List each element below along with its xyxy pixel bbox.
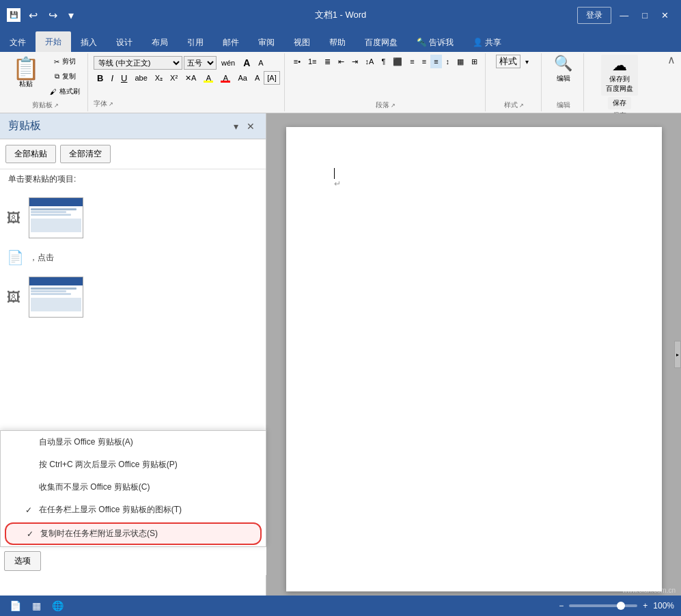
list-item[interactable]: 📄 ，点击 [5,247,260,268]
undo-btn[interactable]: ↩ [26,8,40,23]
copy-button[interactable]: ⧉ 复制 [46,70,83,83]
editing-label: 编辑 [557,74,570,83]
watermark: www.cfan.com.cn [622,587,676,594]
tab-design[interactable]: 设计 [107,33,142,52]
close-button[interactable]: ✕ [656,8,674,23]
underline-button[interactable]: U [117,71,130,85]
thumb-content-box [31,219,81,232]
clipboard-expand-icon[interactable]: ↗ [54,102,59,109]
font-color-button[interactable]: A [217,71,234,85]
zoom-minus-btn[interactable]: − [559,601,564,611]
clipboard-item-icon-2: 📄 [7,249,24,266]
numbering-button[interactable]: 1≡ [305,55,320,68]
dropdown-item-ctrl[interactable]: 按 Ctrl+C 两次后显示 Office 剪贴板(P) [1,453,266,476]
tab-file[interactable]: 文件 [0,33,36,52]
list-item[interactable]: 🖼 [5,195,260,241]
cut-label: 剪切 [62,57,76,66]
zoom-thumb[interactable] [617,602,625,610]
italic-button[interactable]: I [107,71,117,85]
decrease-indent-button[interactable]: ⇤ [335,55,348,68]
sort-button[interactable]: ↕A [362,55,378,68]
tab-mailings[interactable]: 邮件 [213,33,249,52]
document-page[interactable]: ↵ [286,127,662,591]
line-spacing-button[interactable]: ↕ [443,55,454,68]
tab-tellme[interactable]: 🔦告诉我 [407,33,463,52]
customize-btn[interactable]: ▾ [66,8,77,23]
cut-button[interactable]: ✂ 剪切 [46,55,83,68]
tab-baidu[interactable]: 百度网盘 [355,33,407,52]
tab-review[interactable]: 审阅 [249,33,284,52]
clipboard-panel: 剪贴板 ▾ ✕ 全部粘贴 全部清空 单击要粘贴的项目: 🖼 [0,113,266,596]
superscript-button[interactable]: X² [167,71,181,85]
bullets-button[interactable]: ≡• [290,55,304,68]
highlight-button[interactable]: A [200,71,217,85]
tab-help[interactable]: 帮助 [320,33,355,52]
bold-button[interactable]: B [94,71,107,85]
tab-view[interactable]: 视图 [284,33,320,52]
tab-insert[interactable]: 插入 [71,33,107,52]
status-left: 📄 ▦ 🌐 [7,599,66,613]
list-item[interactable]: 🖼 [5,274,260,320]
text-cursor [334,168,335,179]
font-shrink-button[interactable]: A [255,56,266,70]
increase-indent-button[interactable]: ⇥ [348,55,361,68]
char-shading-button[interactable]: A [251,71,263,85]
clear-all-button[interactable]: 全部清空 [60,145,111,163]
font-size-select[interactable]: 五号 [184,56,217,70]
tab-share[interactable]: 👤共享 [463,33,511,52]
borders-button[interactable]: ⊞ [468,55,481,68]
sidebar-toggle[interactable]: ▸ [674,341,681,368]
styles-expand-icon[interactable]: ↗ [519,102,524,109]
styles-group: 样式 ▾ 样式 ↗ [487,53,542,111]
justify-button[interactable]: ≡ [430,55,441,68]
align-center-button[interactable]: ≡ [406,55,417,68]
font-grow-btn2[interactable]: A [240,56,253,70]
align-left-button[interactable]: ⬛ [389,55,406,68]
align-right-button[interactable]: ≡ [419,55,430,68]
dropdown-item-copy-status[interactable]: ✓ 复制时在任务栏附近显示状态(S) [5,522,262,545]
clipboard-close-button[interactable]: ✕ [244,120,258,133]
ribbon-collapse-button[interactable]: ∧ [667,53,676,66]
tab-home[interactable]: 开始 [36,31,71,52]
minimize-button[interactable]: — [614,8,634,23]
paste-button[interactable]: 📋 粘贴 [7,55,45,92]
clear-format-button[interactable]: ✕A [182,71,199,85]
subscript-button[interactable]: X₂ [152,71,166,85]
dropdown-item-taskbar-icon[interactable]: ✓ 在任务栏上显示 Office 剪贴板的图标(T) [1,499,266,521]
dropdown-item-auto[interactable]: 自动显示 Office 剪贴板(A) [1,431,266,453]
paste-all-button[interactable]: 全部粘贴 [5,145,56,163]
strikethrough-button[interactable]: abe [131,71,150,85]
login-button[interactable]: 登录 [577,7,611,24]
options-button[interactable]: 选项 [4,551,41,571]
tab-layout[interactable]: 布局 [142,33,178,52]
document-area[interactable]: ▸ ↵ [266,113,681,596]
save-icon[interactable]: 💾 [7,8,20,22]
view-web-button[interactable]: 🌐 [49,599,66,613]
tab-references[interactable]: 引用 [178,33,213,52]
window-title: 文档1 - Word [315,9,367,21]
zoom-plus-btn[interactable]: + [643,601,648,611]
dropdown-item-collect[interactable]: 收集而不显示 Office 剪贴板(C) [1,476,266,499]
save-button[interactable]: 保存 [608,97,631,109]
font-grow-button[interactable]: wén [218,56,238,70]
view-grid-button[interactable]: ▦ [29,599,44,613]
styles-expand-button[interactable]: ▾ [522,55,532,68]
multilevel-button[interactable]: ≣ [321,55,334,68]
clipboard-dropdown-button[interactable]: ▾ [231,120,241,133]
zoom-slider[interactable] [569,604,637,607]
paste-label: 粘贴 [19,79,33,89]
format-painter-button[interactable]: 🖌 格式刷 [46,85,83,98]
show-marks-button[interactable]: ¶ [378,55,389,68]
case-button[interactable]: Aa [234,71,250,85]
save-baidu-button[interactable]: ☁ 保存到百度网盘 [601,55,638,96]
paragraph-expand-icon[interactable]: ↗ [391,102,395,109]
font-name-select[interactable]: 等线 (中文正文) [94,56,182,70]
clipboard-item-icon-3: 🖼 [7,290,23,305]
font-expand-icon[interactable]: ↗ [109,101,113,107]
redo-btn[interactable]: ↪ [46,8,60,23]
char-border-button[interactable]: [A] [264,71,279,85]
shading-button[interactable]: ▦ [454,55,467,68]
view-page-button[interactable]: 📄 [7,599,24,613]
styles-button[interactable]: 样式 [496,55,520,68]
restore-button[interactable]: □ [637,8,653,23]
